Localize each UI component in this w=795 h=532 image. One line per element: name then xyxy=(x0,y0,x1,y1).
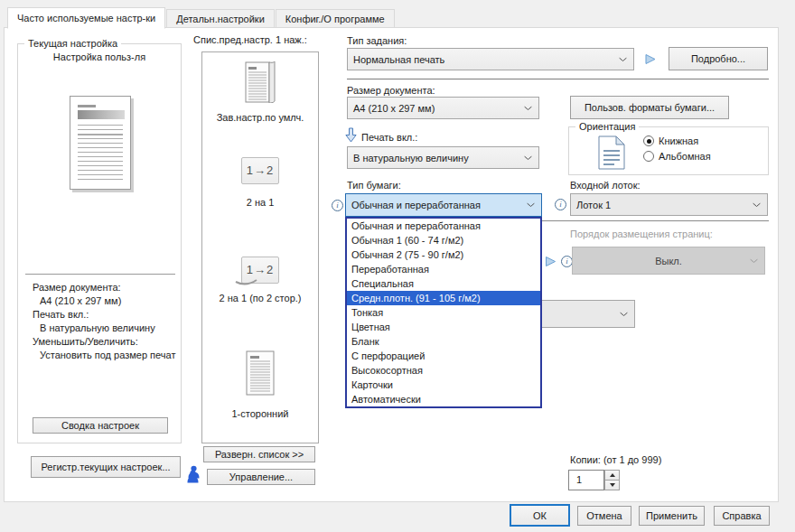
one-click-presets-label: Спис.пред.настр. 1 наж.: xyxy=(193,34,307,45)
summary-label: Печать вкл.: xyxy=(33,308,181,322)
preview-shaded-band xyxy=(78,110,125,119)
paper-type-value: Обычная и переработанная xyxy=(346,200,541,210)
down-arrow-icon xyxy=(610,483,615,487)
details-button[interactable]: Подробно... xyxy=(669,47,768,70)
paper-type-option-8[interactable]: Бланк xyxy=(347,334,540,349)
print-on-label: Печать вкл.: xyxy=(361,132,417,143)
cancel-button[interactable]: Отмена xyxy=(577,506,631,526)
paper-type-option-0[interactable]: Обычная и переработанная xyxy=(347,219,540,233)
register-current-settings-button[interactable]: Регистр.текущих настроек... xyxy=(31,456,181,478)
settings-summary-button[interactable]: Сводка настроек xyxy=(33,417,168,434)
settings-summary: Размер документа:A4 (210 x 297 мм)Печать… xyxy=(33,281,181,362)
current-preset-name: Настройка польз-ля xyxy=(18,51,181,62)
tab-2[interactable]: Конфиг./О программе xyxy=(276,9,395,28)
separator xyxy=(347,79,769,79)
tab-0[interactable]: Часто используемые настр-ки xyxy=(7,7,165,29)
orientation-option-0[interactable]: Книжная xyxy=(643,135,711,146)
page-order-value: Выкл. xyxy=(573,256,764,266)
chevron-down-icon xyxy=(527,203,535,208)
copies-input[interactable]: 1 xyxy=(568,470,604,490)
paper-type-option-10[interactable]: Высокосортная xyxy=(347,363,540,378)
paper-type-option-6[interactable]: Тонкая xyxy=(347,305,540,320)
orientation-group-title: Ориентация xyxy=(575,121,639,132)
job-type-select[interactable]: Нормальная печать xyxy=(347,48,634,70)
radio-unselected-icon xyxy=(643,151,654,162)
copies-spinner xyxy=(604,470,620,490)
preset-item-label: 1-сторонний xyxy=(202,408,318,419)
paper-type-option-2[interactable]: Обычная 2 (75 - 90 г/м2) xyxy=(347,247,540,262)
paper-type-option-3[interactable]: Переработанная xyxy=(347,262,540,276)
input-tray-label: Входной лоток: xyxy=(570,180,641,191)
manage-presets-button[interactable]: Управление... xyxy=(207,469,315,485)
preview-heading-line xyxy=(78,105,96,107)
one-sided-document-icon xyxy=(246,350,275,396)
job-type-value: Нормальная печать xyxy=(348,54,633,65)
document-preview xyxy=(70,96,131,190)
paper-type-option-4[interactable]: Специальная xyxy=(347,276,540,291)
paper-type-option-11[interactable]: Карточки xyxy=(347,378,540,392)
portrait-page-icon xyxy=(598,135,625,170)
two-up-duplex-icon: 1→2 xyxy=(241,257,279,284)
preset-item-label: Зав.настр.по умлч. xyxy=(202,112,318,123)
preview-text-lines xyxy=(78,125,123,182)
chevron-down-icon xyxy=(524,155,532,160)
preset-item-label: 2 на 1 xyxy=(202,197,318,208)
current-settings-group-title: Текущая настройка xyxy=(24,38,121,49)
preset-item-3[interactable]: 1-сторонний xyxy=(202,350,318,419)
preset-item-2[interactable]: 1→22 на 1 (по 2 стор.) xyxy=(202,257,318,303)
info-icon xyxy=(555,199,566,210)
chevron-down-icon xyxy=(750,258,758,263)
orientation-options: КнижнаяАльбомная xyxy=(643,135,711,162)
help-button[interactable]: Справка xyxy=(714,506,770,526)
paper-type-option-9[interactable]: С перфорацией xyxy=(347,349,540,363)
expand-list-button[interactable]: Разверн. список >> xyxy=(203,446,315,462)
paper-type-select[interactable]: Обычная и переработанная xyxy=(345,193,542,217)
document-size-label: Размер документа: xyxy=(347,85,435,96)
paper-type-label: Тип бумаги: xyxy=(347,180,401,191)
preset-item-label: 2 на 1 (по 2 стор.) xyxy=(202,293,318,303)
tab-bar: Часто используемые настр-киДетальн.настр… xyxy=(7,6,396,28)
page-order-select: Выкл. xyxy=(572,247,765,275)
input-tray-select[interactable]: Лоток 1 xyxy=(570,193,768,216)
print-on-select[interactable]: В натуральную величину xyxy=(347,146,539,169)
current-settings-group: Текущая настройка Настройка польз-ля Раз… xyxy=(17,43,182,443)
one-click-presets-list: Зав.настр.по умлч.1→22 на 11→22 на 1 (по… xyxy=(201,51,319,443)
paper-type-option-5[interactable]: Средн.плотн. (91 - 105 г/м2) xyxy=(347,291,540,305)
divider xyxy=(25,274,175,275)
paper-type-option-1[interactable]: Обычная 1 (60 - 74 г/м2) xyxy=(347,233,540,247)
info-icon xyxy=(332,200,343,211)
orientation-group: Ориентация КнижнаяАльбомная xyxy=(568,126,769,175)
paper-type-dropdown-list: Обычная и переработаннаяОбычная 1 (60 - … xyxy=(345,217,542,408)
summary-value: Установить под размер печат xyxy=(33,349,181,362)
copies-label: Копии: (от 1 до 999) xyxy=(570,454,661,465)
orientation-option-1[interactable]: Альбомная xyxy=(643,151,711,162)
preset-item-1[interactable]: 1→22 на 1 xyxy=(202,157,318,208)
job-type-label: Тип задания: xyxy=(347,35,407,46)
chevron-down-icon xyxy=(619,57,627,61)
play-triangle-icon xyxy=(545,256,556,267)
summary-label: Уменьшить/Увеличить: xyxy=(33,335,181,349)
tab-1[interactable]: Детальн.настройки xyxy=(166,9,275,28)
paper-type-option-7[interactable]: Цветная xyxy=(347,320,540,334)
preset-item-0[interactable]: Зав.настр.по умлч. xyxy=(202,61,318,123)
paper-type-option-12[interactable]: Автоматически xyxy=(347,392,540,406)
apply-button[interactable]: Применить xyxy=(639,506,705,526)
page-order-label: Порядок размещения страниц: xyxy=(570,229,713,239)
summary-value: В натуральную величину xyxy=(33,322,181,335)
spinner-down-button[interactable] xyxy=(604,480,620,490)
custom-paper-sizes-button[interactable]: Пользов. форматы бумаги... xyxy=(570,96,729,119)
chevron-down-icon xyxy=(620,312,628,316)
summary-label: Размер документа: xyxy=(33,281,181,294)
chevron-down-icon xyxy=(753,202,761,207)
input-tray-value: Лоток 1 xyxy=(571,200,767,210)
radio-selected-icon xyxy=(643,135,654,146)
orientation-option-label: Альбомная xyxy=(659,151,711,162)
two-up-icon: 1→2 xyxy=(241,157,279,184)
scale-down-arrow-icon xyxy=(345,127,357,143)
ok-button[interactable]: ОК xyxy=(510,504,570,527)
play-triangle-icon xyxy=(644,53,657,65)
up-arrow-icon xyxy=(610,473,615,477)
orientation-option-label: Книжная xyxy=(659,135,698,146)
chevron-down-icon xyxy=(524,106,532,110)
document-size-select[interactable]: A4 (210 x 297 мм) xyxy=(347,97,539,119)
